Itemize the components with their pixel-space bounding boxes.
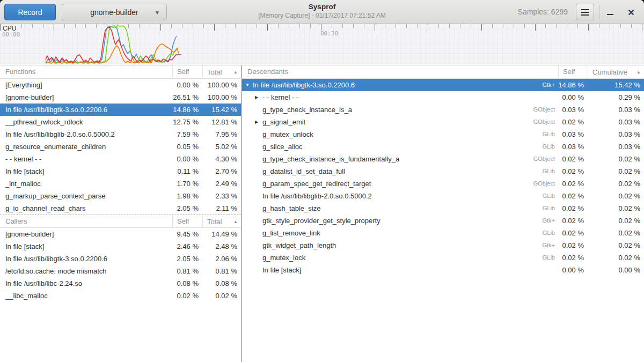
self-percent: 0.00 %	[172, 79, 202, 91]
table-row[interactable]: ▶- - kernel - -0.00 %0.29 %	[242, 91, 644, 104]
table-row[interactable]: g_list_remove_linkGLib0.02 %0.02 %	[242, 227, 644, 239]
table-row[interactable]: g_datalist_id_set_data_fullGLib0.02 %0.0…	[242, 165, 644, 178]
minimize-icon	[607, 14, 613, 15]
table-row[interactable]: g_mutex_unlockGLib0.03 %0.03 %	[242, 128, 644, 141]
total-percent: 0.02 %	[588, 190, 644, 202]
function-name: In file /usr/lib/libc-2.24.so	[5, 277, 82, 290]
expand-arrow-icon[interactable]: ▶	[255, 116, 262, 128]
function-name: g_slice_alloc	[262, 141, 302, 153]
table-row[interactable]: In file /usr/lib/libc-2.24.so0.08 %0.08 …	[0, 277, 241, 290]
table-row[interactable]: - - kernel - -0.00 %4.30 %	[0, 153, 241, 165]
descendants-table-header: Descendants Self Cumulative ▲	[242, 65, 644, 79]
function-name: - - kernel - -	[5, 153, 41, 165]
table-row[interactable]: In file /usr/lib/libgtk-3.so.0.2200.62.0…	[0, 253, 241, 265]
table-row[interactable]: g_type_check_instance_is_aGObject0.03 %0…	[242, 104, 644, 116]
function-name: g_signal_emit	[262, 116, 305, 128]
self-percent: 0.81 %	[172, 265, 202, 277]
table-row[interactable]: ▼In file /usr/lib/libgtk-3.so.0.2200.6Gt…	[242, 79, 644, 91]
column-header-self[interactable]: Self	[558, 65, 588, 79]
table-row[interactable]: In file [stack]0.00 %0.00 %	[242, 264, 644, 276]
table-row[interactable]: __libc_malloc0.02 %0.02 %	[0, 290, 241, 302]
table-row[interactable]: [gnome-builder]26.51 %100.00 %	[0, 91, 241, 104]
function-name: In file /usr/lib/libgtk-3.so.0.2200.6	[5, 253, 107, 265]
record-button[interactable]: Record	[4, 4, 56, 20]
table-row[interactable]: [gnome-builder]9.45 %14.49 %	[0, 228, 241, 240]
self-percent: 0.05 %	[172, 141, 202, 153]
function-name: g_io_channel_read_chars	[5, 202, 86, 215]
total-percent: 100.00 %	[202, 91, 241, 104]
total-percent: 2.06 %	[202, 253, 241, 265]
time-label-mid: 00:30	[320, 30, 338, 37]
callers-table-header: Callers Self Total ▲	[0, 215, 241, 228]
close-icon: ✕	[627, 8, 634, 18]
table-row[interactable]: In file /usr/lib/libglib-2.0.so.0.5000.2…	[242, 190, 644, 202]
table-row[interactable]: _int_malloc1.70 %2.49 %	[0, 178, 241, 190]
total-percent: 0.02 %	[202, 290, 241, 302]
table-row[interactable]: ▶g_signal_emitGObject0.02 %0.03 %	[242, 116, 644, 128]
self-percent: 0.00 %	[172, 153, 202, 165]
function-name: /etc/ld.so.cache: inode mismatch	[5, 265, 107, 277]
self-percent: 0.02 %	[558, 178, 588, 190]
self-percent: 0.02 %	[558, 239, 588, 252]
table-row[interactable]: g_markup_parse_context_parse1.98 %2.33 %	[0, 190, 241, 202]
table-row[interactable]: In file /usr/lib/libglib-2.0.so.0.5000.2…	[0, 128, 241, 141]
self-percent: 2.05 %	[172, 253, 202, 265]
self-percent: 0.03 %	[558, 128, 588, 141]
self-percent: 0.02 %	[558, 215, 588, 227]
total-percent: 0.02 %	[588, 252, 644, 264]
column-header-self[interactable]: Self	[172, 215, 202, 228]
menu-button[interactable]	[576, 4, 594, 20]
cpu-graph[interactable]: CPU 00:00 00:30	[0, 24, 644, 65]
table-row[interactable]: g_io_channel_read_chars2.05 %2.11 %	[0, 202, 241, 215]
cpu-series-red	[46, 27, 181, 63]
table-row[interactable]: gtk_widget_path_lengthGtk+0.02 %0.02 %	[242, 239, 644, 252]
function-name: g_mutex_lock	[262, 252, 305, 264]
sort-ascending-icon: ▲	[233, 66, 238, 79]
table-row[interactable]: gtk_style_provider_get_style_propertyGtk…	[242, 215, 644, 227]
sort-ascending-icon: ▲	[636, 66, 641, 79]
table-row[interactable]: In file /usr/lib/libgtk-3.so.0.2200.614.…	[0, 104, 241, 116]
column-header-self[interactable]: Self	[172, 65, 202, 79]
function-name: g_mutex_unlock	[262, 128, 313, 141]
functions-table-header: Functions Self Total ▲	[0, 65, 241, 79]
self-percent: 0.02 %	[558, 252, 588, 264]
total-percent: 0.29 %	[588, 91, 644, 104]
process-selector-label: gnome-builder	[90, 8, 138, 17]
table-row[interactable]: g_resource_enumerate_children0.05 %5.02 …	[0, 141, 241, 153]
self-percent: 0.00 %	[558, 91, 588, 104]
descendants-pane: Descendants Self Cumulative ▲ ▼In file /…	[242, 65, 644, 362]
total-percent: 0.02 %	[588, 227, 644, 239]
column-header-total[interactable]: Total ▲	[202, 65, 241, 79]
self-percent: 9.45 %	[172, 228, 202, 240]
table-row[interactable]: __pthread_rwlock_rdlock12.75 %12.81 %	[0, 116, 241, 128]
column-header-cumulative[interactable]: Cumulative ▲	[588, 65, 644, 79]
table-row[interactable]: g_type_check_instance_is_fundamentally_a…	[242, 153, 644, 165]
table-row[interactable]: g_slice_allocGLib0.03 %0.03 %	[242, 141, 644, 153]
table-row[interactable]: [Everything]0.00 %100.00 %	[0, 79, 241, 91]
function-name: In file /usr/lib/libgtk-3.so.0.2200.6	[253, 79, 355, 91]
table-row[interactable]: In file [stack]2.46 %2.48 %	[0, 240, 241, 253]
function-name: [gnome-builder]	[5, 91, 54, 104]
process-selector[interactable]: gnome-builder ▼	[62, 4, 167, 20]
library-tag: GObject	[529, 116, 558, 128]
column-header-total[interactable]: Total ▲	[202, 215, 241, 228]
table-row[interactable]: /etc/ld.so.cache: inode mismatch0.81 %0.…	[0, 265, 241, 277]
self-percent: 0.02 %	[558, 165, 588, 178]
self-percent: 1.70 %	[172, 178, 202, 190]
minimize-button[interactable]	[602, 4, 619, 20]
samples-count: Samples: 6299	[518, 8, 568, 16]
table-row[interactable]: g_param_spec_get_redirect_targetGObject0…	[242, 178, 644, 190]
table-row[interactable]: In file [stack]0.11 %2.70 %	[0, 165, 241, 178]
table-row[interactable]: g_hash_table_sizeGLib0.02 %0.02 %	[242, 202, 644, 215]
collapse-arrow-icon[interactable]: ▼	[245, 79, 253, 91]
total-percent: 0.02 %	[588, 202, 644, 215]
total-percent: 0.08 %	[202, 277, 241, 290]
expand-arrow-icon[interactable]: ▶	[255, 91, 262, 104]
column-header-functions[interactable]: Functions	[0, 65, 172, 79]
table-row[interactable]: g_mutex_lockGLib0.02 %0.02 %	[242, 252, 644, 264]
close-button[interactable]: ✕	[623, 4, 640, 20]
functions-pane: Functions Self Total ▲ [Everything]0.00 …	[0, 65, 241, 362]
column-header-descendants[interactable]: Descendants	[242, 65, 558, 79]
column-header-callers[interactable]: Callers	[0, 215, 172, 228]
library-tag: GObject	[529, 153, 558, 165]
